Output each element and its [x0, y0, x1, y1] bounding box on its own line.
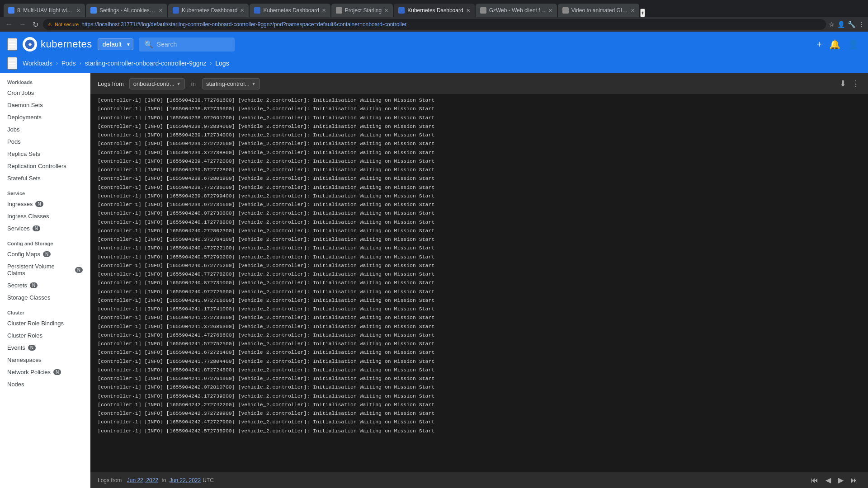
tab-1[interactable]: 8. Multi-UAV flight with K... ✕: [4, 4, 85, 17]
extension-icon[interactable]: 🔧: [848, 21, 855, 28]
namespaces-label: Namespaces: [7, 357, 42, 363]
tab-close-2[interactable]: ✕: [159, 8, 163, 14]
sidebar-item-deployments[interactable]: Deployments: [0, 111, 90, 123]
sidebar-item-jobs[interactable]: Jobs: [0, 123, 90, 136]
breadcrumb-workloads[interactable]: Workloads: [23, 60, 52, 67]
more-options-button[interactable]: ⋮: [851, 78, 861, 89]
log-line: [controller-1] [INFO] [1655904240.572790…: [90, 253, 868, 261]
search-input[interactable]: [157, 41, 229, 48]
sidebar-item-ingresses[interactable]: Ingresses N: [0, 198, 90, 210]
sidebar-item-replica-sets[interactable]: Replica Sets: [0, 148, 90, 160]
footer-date-to[interactable]: Jun 22, 2022: [170, 477, 201, 483]
reload-button[interactable]: ↻: [31, 19, 40, 30]
tab-7[interactable]: GzWeb - Web client for G... ✕: [476, 4, 557, 17]
main-layout: Workloads Cron Jobs Daemon Sets Deployme…: [0, 73, 868, 488]
tab-close-3[interactable]: ✕: [240, 8, 244, 14]
tab-close-1[interactable]: ✕: [76, 8, 80, 14]
pvc-label: Persistent Volume Claims: [7, 263, 72, 277]
deployments-label: Deployments: [7, 114, 42, 121]
sidebar-item-nodes[interactable]: Nodes: [0, 378, 90, 390]
config-maps-label: Config Maps: [7, 251, 40, 258]
breadcrumb-hamburger[interactable]: ☰: [7, 57, 17, 70]
tab-5[interactable]: Project Starling ✕: [331, 4, 393, 17]
navigation-bar: ← → ↻ ⚠ Not secure https://localhost:317…: [0, 17, 868, 32]
search-bar[interactable]: 🔍: [139, 38, 235, 52]
sidebar-item-daemon-sets[interactable]: Daemon Sets: [0, 99, 90, 111]
sidebar-item-services[interactable]: Services N: [0, 222, 90, 235]
sidebar-item-ingress-classes[interactable]: Ingress Classes: [0, 210, 90, 222]
log-line: [controller-1] [INFO] [1655904240.172778…: [90, 218, 868, 226]
profile-icon[interactable]: 👤: [837, 21, 845, 28]
footer-date-from[interactable]: Jun 22, 2022: [127, 477, 158, 483]
container-dropdown[interactable]: onboard-contr... ▼: [129, 78, 185, 89]
log-line: [controller-1] [INFO] [1655904240.372764…: [90, 235, 868, 244]
tab-favicon-8: [562, 7, 569, 14]
sidebar-item-stateful-sets[interactable]: Stateful Sets: [0, 172, 90, 184]
notifications-button[interactable]: 🔔: [827, 37, 842, 52]
breadcrumb-pods[interactable]: Pods: [61, 60, 76, 67]
breadcrumb-pod-name[interactable]: starling-controller-onboard-controller-9…: [85, 60, 206, 67]
breadcrumb-current: Logs: [215, 60, 229, 67]
tab-close-7[interactable]: ✕: [548, 8, 552, 14]
k8s-logo-text: kubernetes: [41, 38, 92, 50]
profile-button[interactable]: 👤: [846, 37, 861, 52]
sidebar-item-replication-controllers[interactable]: Replication Controllers: [0, 160, 90, 172]
download-logs-button[interactable]: ⬇: [839, 78, 847, 89]
tab-3[interactable]: Kubernetes Dashboard ✕: [168, 4, 249, 17]
footer-first-button[interactable]: ⏮: [808, 475, 821, 485]
sidebar-item-config-maps[interactable]: Config Maps N: [0, 248, 90, 260]
in-label: in: [191, 80, 196, 87]
address-bar[interactable]: ⚠ Not secure https://localhost:31771/#/l…: [43, 19, 826, 30]
services-badge: N: [33, 225, 40, 231]
footer-next-button[interactable]: ▶: [835, 475, 846, 485]
daemon-sets-label: Daemon Sets: [7, 102, 43, 108]
footer-prev-button[interactable]: ◀: [823, 475, 834, 485]
forward-button[interactable]: →: [17, 19, 28, 29]
footer-to-sep: to: [160, 477, 168, 483]
replica-sets-label: Replica Sets: [7, 150, 40, 157]
sidebar-item-storage-classes[interactable]: Storage Classes: [0, 291, 90, 304]
tab-close-4[interactable]: ✕: [322, 8, 326, 14]
menu-icon[interactable]: ⋮: [858, 21, 864, 28]
tab-4[interactable]: Kubernetes Dashboard ✕: [250, 4, 330, 17]
sidebar-item-secrets[interactable]: Secrets N: [0, 279, 90, 291]
back-button[interactable]: ←: [4, 19, 14, 29]
tab-8[interactable]: Video to animated GIF co... ✕: [558, 4, 639, 17]
logs-header-actions: ⬇ ⋮: [839, 78, 861, 89]
sidebar-item-network-policies[interactable]: Network Policies N: [0, 366, 90, 378]
breadcrumb-sep-3: ›: [210, 60, 212, 66]
container-dropdown-arrow: ▼: [176, 81, 181, 86]
tab-bar: 8. Multi-UAV flight with K... ✕ Settings…: [0, 0, 868, 17]
log-line: [controller-1] [INFO] [1655904241.872724…: [90, 366, 868, 374]
sidebar-item-cluster-role-bindings[interactable]: Cluster Role Bindings: [0, 317, 90, 329]
pod-dropdown[interactable]: starling-control... ▼: [202, 78, 260, 89]
new-tab-button[interactable]: +: [640, 9, 646, 17]
sidebar-item-pods[interactable]: Pods: [0, 136, 90, 148]
sidebar-item-cron-jobs[interactable]: Cron Jobs: [0, 87, 90, 99]
footer-last-button[interactable]: ⏭: [848, 475, 861, 485]
namespace-dropdown[interactable]: default: [98, 38, 133, 50]
log-line: [controller-1] [INFO] [1655904241.172741…: [90, 305, 868, 313]
log-line: [controller-1] [INFO] [1655904240.672775…: [90, 261, 868, 270]
app-header: ☰ ⎈ kubernetes default ▼ 🔍 + 🔔 👤: [0, 32, 868, 57]
not-secure-label: Not secure: [55, 22, 79, 27]
sidebar-item-cluster-roles[interactable]: Cluster Roles: [0, 329, 90, 342]
stateful-sets-label: Stateful Sets: [7, 175, 41, 182]
tab-close-6[interactable]: ✕: [466, 8, 470, 14]
tab-close-8[interactable]: ✕: [631, 8, 635, 14]
log-line: [controller-1] [INFO] [1655904240.472722…: [90, 244, 868, 252]
nav-icons: ☆ 👤 🔧 ⋮: [829, 21, 864, 28]
sidebar-item-namespaces[interactable]: Namespaces: [0, 354, 90, 366]
bookmark-icon[interactable]: ☆: [829, 21, 835, 28]
tab-close-5[interactable]: ✕: [384, 8, 388, 14]
sidebar-item-persistent-volume-claims[interactable]: Persistent Volume Claims N: [0, 260, 90, 279]
tab-label-5: Project Starling: [345, 7, 382, 14]
hamburger-menu[interactable]: ☰: [7, 38, 17, 51]
sidebar-item-events[interactable]: Events N: [0, 342, 90, 354]
tab-6[interactable]: Kubernetes Dashboard ✕: [394, 4, 474, 17]
tab-2[interactable]: Settings - All cookies and... ✕: [86, 4, 167, 17]
log-content[interactable]: [controller-1] [INFO] [1655904238.772761…: [90, 94, 868, 472]
log-line: [controller-1] [INFO] [1655904242.172739…: [90, 392, 868, 400]
add-button[interactable]: +: [815, 38, 824, 52]
namespace-selector[interactable]: default ▼: [98, 38, 133, 50]
